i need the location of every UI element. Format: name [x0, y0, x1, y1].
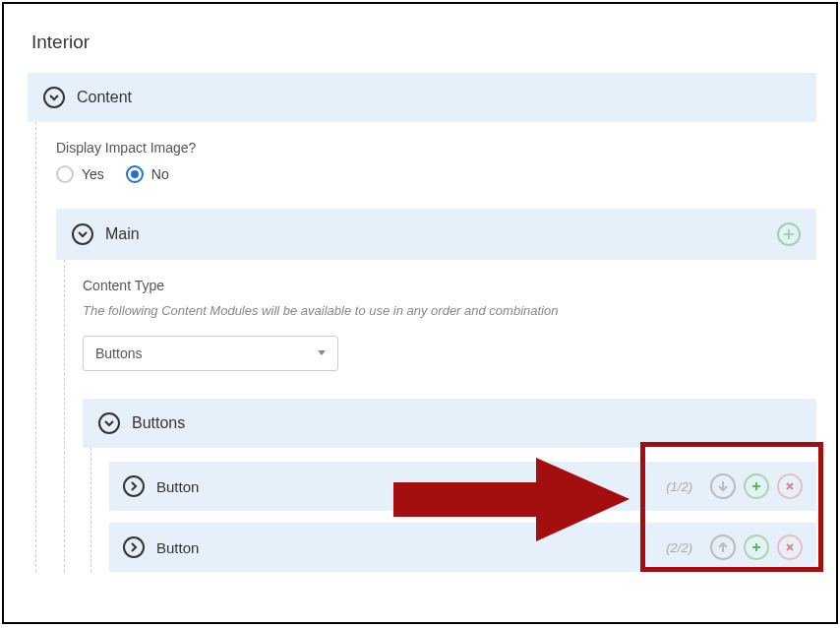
arrow-up-icon [717, 541, 729, 553]
content-type-label: Content Type [83, 278, 816, 293]
chevron-down-icon[interactable] [98, 412, 120, 434]
close-icon [784, 541, 796, 553]
radio-no-label: No [151, 166, 169, 182]
main-section-title: Main [105, 225, 777, 243]
radio-icon [56, 165, 74, 183]
button-row-index: (2/2) [666, 540, 692, 555]
move-down-button[interactable] [710, 473, 736, 499]
display-impact-radio-group: Yes No [56, 165, 816, 183]
button-row: Button (2/2) [109, 523, 816, 572]
content-section-header[interactable]: Content [28, 73, 816, 122]
radio-yes[interactable]: Yes [56, 165, 104, 183]
close-icon [784, 480, 796, 492]
caret-down-icon [318, 350, 326, 356]
button-row: Button (1/2) [109, 462, 816, 511]
button-row-label: Button [156, 539, 666, 556]
radio-dot-icon [131, 170, 139, 178]
arrow-down-icon [717, 480, 729, 492]
delete-button[interactable] [777, 473, 803, 499]
button-row-index: (1/2) [666, 479, 692, 494]
chevron-down-icon[interactable] [43, 87, 65, 108]
content-type-description: The following Content Modules will be av… [83, 303, 816, 318]
select-value: Buttons [95, 345, 142, 361]
add-button[interactable] [744, 473, 769, 499]
main-section-header[interactable]: Main [56, 209, 816, 260]
page-title: Interior [4, 4, 836, 73]
radio-yes-label: Yes [82, 166, 104, 182]
radio-no[interactable]: No [126, 165, 169, 183]
content-type-select[interactable]: Buttons [83, 336, 338, 371]
plus-icon [750, 480, 762, 492]
add-button[interactable] [744, 534, 769, 560]
chevron-down-icon[interactable] [72, 223, 93, 245]
button-row-label: Button [156, 478, 666, 495]
plus-icon [750, 541, 762, 553]
move-up-button[interactable] [710, 534, 736, 560]
chevron-right-icon[interactable] [123, 536, 145, 558]
plus-icon[interactable] [777, 222, 801, 246]
delete-button[interactable] [777, 534, 803, 560]
chevron-right-icon[interactable] [123, 475, 145, 497]
buttons-section-title: Buttons [132, 414, 801, 432]
display-impact-label: Display Impact Image? [56, 140, 816, 156]
buttons-section-header[interactable]: Buttons [83, 399, 816, 448]
content-section-title: Content [77, 89, 801, 106]
radio-icon [126, 165, 144, 183]
